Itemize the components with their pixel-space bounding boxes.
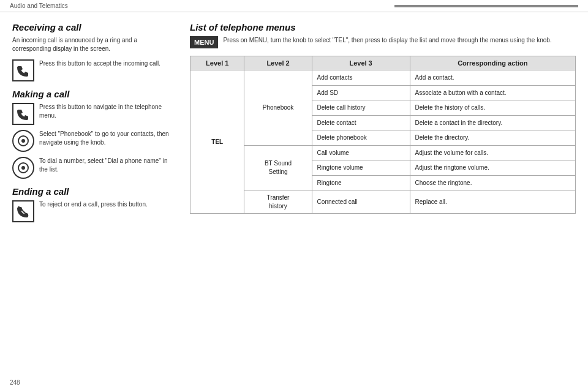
making-call-instruction-1: Press this button to navigate in the tel… xyxy=(12,103,172,125)
col-header-level3: Level 3 xyxy=(312,56,410,70)
cell-level3: Ringtone xyxy=(312,175,410,190)
cell-level3: Add contacts xyxy=(312,70,410,86)
col-header-action: Corresponding action xyxy=(410,56,575,70)
top-bar-decoration xyxy=(394,5,578,7)
phone-navigate-icon xyxy=(12,103,34,125)
cell-level2: Phonebook xyxy=(244,70,312,146)
page-section-title: Audio and Telematics xyxy=(10,2,68,9)
ending-call-title: Ending a call xyxy=(12,186,172,197)
cell-level3: Delete contact xyxy=(312,115,410,130)
menu-desc-block: MENU Press on MENU, turn the knob to sel… xyxy=(190,36,576,48)
table-header-row: Level 1 Level 2 Level 3 Corresponding ac… xyxy=(190,56,576,70)
cell-level3: Connected call xyxy=(312,190,410,214)
cell-action: Delete a contact in the directory. xyxy=(410,115,575,130)
menu-badge: MENU xyxy=(190,36,218,48)
phone-end-icon xyxy=(12,200,34,222)
cell-level3: Delete phonebook xyxy=(312,130,410,146)
ending-call-instruction: To reject or end a call, press this butt… xyxy=(12,200,172,222)
cell-level3: Ringtone volume xyxy=(312,160,410,176)
cell-level3: Add SD xyxy=(312,85,410,100)
col-header-level2: Level 2 xyxy=(244,56,312,70)
top-bar: Audio and Telematics xyxy=(0,0,588,12)
menu-desc-text: Press on MENU, turn the knob to select "… xyxy=(223,36,551,45)
svg-point-3 xyxy=(21,166,25,170)
knob-icon-1 xyxy=(12,130,34,152)
cell-level3: Delete call history xyxy=(312,100,410,116)
phone-accept-icon xyxy=(12,59,34,81)
list-title: List of telephone menus xyxy=(190,22,576,32)
ending-call-section: Ending a call To reject or end a call, p… xyxy=(12,186,172,222)
cell-level2: BT SoundSetting xyxy=(244,145,312,190)
main-content: Receiving a call An incoming call is ann… xyxy=(0,12,588,387)
making-call-instruction-2-text: Select "Phonebook" to go to your contact… xyxy=(39,130,172,147)
cell-action: Add a contact. xyxy=(410,70,575,86)
left-column: Receiving a call An incoming call is ann… xyxy=(12,22,172,381)
receiving-call-section: Receiving a call An incoming call is ann… xyxy=(12,22,172,81)
cell-action: Delete the directory. xyxy=(410,130,575,146)
cell-action: Choose the ringtone. xyxy=(410,175,575,190)
receiving-call-title: Receiving a call xyxy=(12,22,172,32)
svg-point-1 xyxy=(21,139,25,143)
cell-action: Replace all. xyxy=(410,190,575,214)
receiving-call-desc: An incoming call is announced by a ring … xyxy=(12,36,172,53)
cell-level1: TEL xyxy=(190,70,244,214)
cell-level2: Transferhistory xyxy=(244,190,312,214)
making-call-section: Making a call Press this button to navig… xyxy=(12,89,172,179)
making-call-instruction-3: To dial a number, select "Dial a phone n… xyxy=(12,157,172,179)
cell-action: Delete the history of calls. xyxy=(410,100,575,116)
knob-icon-2 xyxy=(12,157,34,179)
page-number: 248 xyxy=(10,379,20,386)
making-call-instruction-2: Select "Phonebook" to go to your contact… xyxy=(12,130,172,152)
making-call-instruction-1-text: Press this button to navigate in the tel… xyxy=(39,103,172,120)
cell-action: Adjust the ringtone volume. xyxy=(410,160,575,176)
table-row: TransferhistoryConnected callReplace all… xyxy=(190,190,576,214)
right-column: List of telephone menus MENU Press on ME… xyxy=(190,22,576,381)
receiving-call-instruction-text: Press this button to accept the incoming… xyxy=(39,59,160,68)
making-call-title: Making a call xyxy=(12,89,172,99)
cell-level3: Call volume xyxy=(312,145,410,160)
ending-call-instruction-text: To reject or end a call, press this butt… xyxy=(39,200,148,209)
table-row: BT SoundSettingCall volumeAdjust the vol… xyxy=(190,145,576,160)
telephone-menus-table: Level 1 Level 2 Level 3 Corresponding ac… xyxy=(190,56,576,214)
cell-action: Adjust the volume for calls. xyxy=(410,145,575,160)
col-header-level1: Level 1 xyxy=(190,56,244,70)
cell-action: Associate a button with a contact. xyxy=(410,85,575,100)
receiving-call-instruction: Press this button to accept the incoming… xyxy=(12,59,172,81)
making-call-instruction-3-text: To dial a number, select "Dial a phone n… xyxy=(39,157,172,174)
table-row: TELPhonebookAdd contactsAdd a contact. xyxy=(190,70,576,86)
